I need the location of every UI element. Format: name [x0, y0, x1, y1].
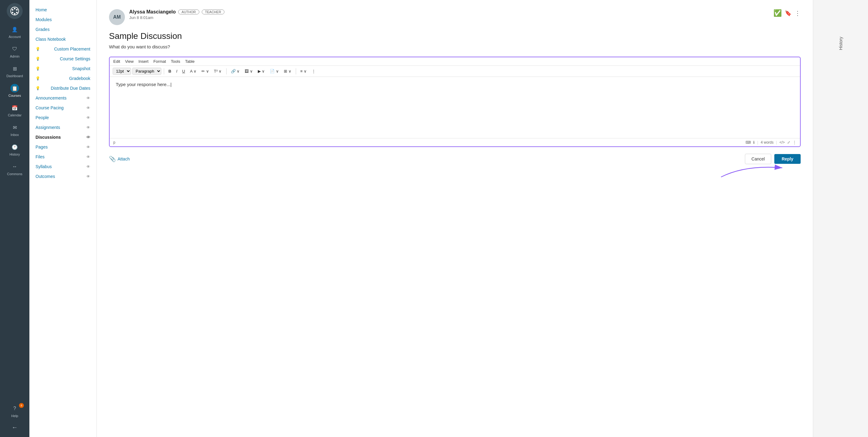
nav-files[interactable]: Files 👁 [29, 152, 96, 162]
post-actions: ✅ 🔖 ⋮ [773, 9, 801, 17]
nav-distribute-due-dates[interactable]: 💡 Distribute Due Dates [29, 83, 96, 93]
eye-icon-discussions: 👁 [86, 135, 90, 139]
superscript-button[interactable]: T² ∨ [212, 68, 224, 74]
nav-course-settings[interactable]: 💡 Course Settings [29, 54, 96, 64]
course-nav-section: Home Modules Grades Class Notebook 💡 Cus… [29, 4, 96, 183]
table-button[interactable]: ⊞ ∨ [282, 68, 293, 74]
menu-tools[interactable]: Tools [171, 59, 180, 64]
menu-format[interactable]: Format [153, 59, 166, 64]
bold-button[interactable]: B [166, 68, 173, 74]
more-toolbar-button[interactable]: ⋮ [310, 68, 317, 74]
author-info: Alyssa Masciangelo AUTHOR TEACHER Jun 8 … [129, 9, 769, 20]
courses-icon: 📋 [10, 84, 19, 92]
nav-pages[interactable]: Pages 👁 [29, 142, 96, 152]
bulb-icon-2: 💡 [35, 57, 40, 61]
fullscreen-button[interactable]: ⤢ [787, 140, 790, 145]
attach-icon: 📎 [109, 156, 116, 162]
editor-body[interactable]: Type your response here... [110, 77, 800, 138]
post-header: AM Alyssa Masciangelo AUTHOR TEACHER Jun… [109, 9, 801, 25]
sidebar-item-help[interactable]: ? Help 8 [0, 401, 29, 421]
sidebar-item-account[interactable]: 👤 Account [0, 22, 29, 42]
history-sidebar: History [813, 0, 868, 437]
sidebar-item-inbox[interactable]: ✉ Inbox [0, 120, 29, 139]
avatar: AM [109, 9, 125, 25]
back-arrow-button[interactable]: ← [8, 421, 21, 434]
sidebar-item-dashboard[interactable]: ⊞ Dashboard [0, 61, 29, 81]
html-view-button[interactable]: </> [779, 140, 785, 145]
sidebar-item-history[interactable]: 🕐 History [0, 139, 29, 159]
account-icon: 👤 [10, 25, 19, 34]
history-icon: 🕐 [10, 143, 19, 151]
eye-icon-outcomes: 👁 [86, 174, 90, 179]
author-name: Alyssa Masciangelo [129, 9, 176, 15]
reply-editor: Edit View Insert Format Tools Table 12pt… [109, 57, 801, 147]
history-label: History [838, 37, 843, 50]
nav-snapshot[interactable]: 💡 Snapshot [29, 64, 96, 73]
menu-view[interactable]: View [125, 59, 133, 64]
format-button[interactable]: ≡ ∨ [299, 68, 309, 74]
discussion-title: Sample Discussion [109, 31, 801, 41]
canvas-logo [7, 3, 23, 19]
course-sidebar: Home Modules Grades Class Notebook 💡 Cus… [29, 0, 97, 437]
nav-discussions[interactable]: Discussions 👁 [29, 132, 96, 142]
nav-syllabus[interactable]: Syllabus 👁 [29, 162, 96, 171]
help-badge: 8 [19, 403, 24, 408]
nav-home[interactable]: Home [29, 5, 96, 15]
bulb-icon-5: 💡 [35, 86, 40, 90]
nav-class-notebook[interactable]: Class Notebook [29, 34, 96, 44]
font-size-select[interactable]: 12pt 14pt 18pt [113, 68, 131, 75]
media-button[interactable]: ▶ ∨ [256, 68, 267, 74]
more-options-icon[interactable]: ⋮ [795, 9, 801, 17]
image-button[interactable]: 🖼 ∨ [243, 68, 255, 74]
nav-grades[interactable]: Grades [29, 25, 96, 34]
help-icon: ? [10, 404, 19, 413]
footer-sep-2: | [776, 140, 777, 145]
nav-announcements[interactable]: Announcements 👁 [29, 93, 96, 103]
nav-people[interactable]: People 👁 [29, 113, 96, 123]
sidebar-item-calendar[interactable]: 📅 Calendar [0, 100, 29, 120]
editor-toolbar: 12pt 14pt 18pt Paragraph Heading 1 Headi… [110, 66, 800, 77]
underline-button[interactable]: U [180, 68, 187, 74]
bulb-icon-3: 💡 [35, 66, 40, 71]
editor-tag: p [113, 140, 742, 145]
editor-footer: p ⌨ ℹ | 4 words | </> ⤢ ⋮ [110, 138, 800, 146]
sidebar-bottom: ? Help 8 ← [0, 401, 29, 434]
word-count: 4 words [761, 140, 773, 145]
nav-outcomes[interactable]: Outcomes 👁 [29, 171, 96, 181]
text-color-button[interactable]: A ∨ [188, 68, 198, 74]
author-name-row: Alyssa Masciangelo AUTHOR TEACHER [129, 9, 769, 15]
highlight-button[interactable]: ✏ ∨ [199, 68, 211, 74]
sidebar-item-admin[interactable]: 🛡 Admin [0, 42, 29, 61]
nav-modules[interactable]: Modules [29, 15, 96, 25]
toolbar-separator-1 [164, 68, 164, 74]
editor-more-button[interactable]: ⋮ [793, 140, 796, 145]
menu-table[interactable]: Table [185, 59, 194, 64]
bookmark-icon[interactable]: 🔖 [785, 10, 792, 17]
commons-icon: ↔ [10, 162, 19, 171]
discussion-prompt: What do you want to discuss? [109, 44, 801, 49]
main-content: AM Alyssa Masciangelo AUTHOR TEACHER Jun… [97, 0, 813, 437]
check-circle-icon[interactable]: ✅ [773, 9, 782, 17]
nav-assignments[interactable]: Assignments 👁 [29, 123, 96, 132]
dashboard-icon: ⊞ [10, 64, 19, 73]
sidebar-item-commons[interactable]: ↔ Commons [0, 159, 29, 179]
author-badge: AUTHOR [178, 9, 199, 14]
nav-gradebook[interactable]: 💡 Gradebook [29, 73, 96, 83]
accessibility-icon[interactable]: ℹ [753, 140, 755, 145]
eye-icon-files: 👁 [86, 155, 90, 159]
eye-icon-announcements: 👁 [86, 96, 90, 100]
sidebar-item-courses[interactable]: 📋 Courses [0, 81, 29, 100]
toolbar-separator-3 [296, 68, 296, 74]
menu-edit[interactable]: Edit [113, 59, 120, 64]
nav-course-pacing[interactable]: Course Pacing 👁 [29, 103, 96, 113]
italic-button[interactable]: I [174, 68, 179, 74]
document-button[interactable]: 📄 ∨ [268, 68, 281, 74]
keyboard-icon[interactable]: ⌨ [746, 140, 751, 145]
svg-point-1 [14, 8, 16, 9]
nav-custom-placement[interactable]: 💡 Custom Placement [29, 44, 96, 54]
attach-button[interactable]: 📎 Attach [109, 156, 130, 162]
paragraph-select[interactable]: Paragraph Heading 1 Heading 2 [132, 68, 161, 75]
menu-insert[interactable]: Insert [138, 59, 149, 64]
editor-placeholder: Type your response here... [116, 82, 172, 87]
link-button[interactable]: 🔗 ∨ [229, 68, 242, 74]
